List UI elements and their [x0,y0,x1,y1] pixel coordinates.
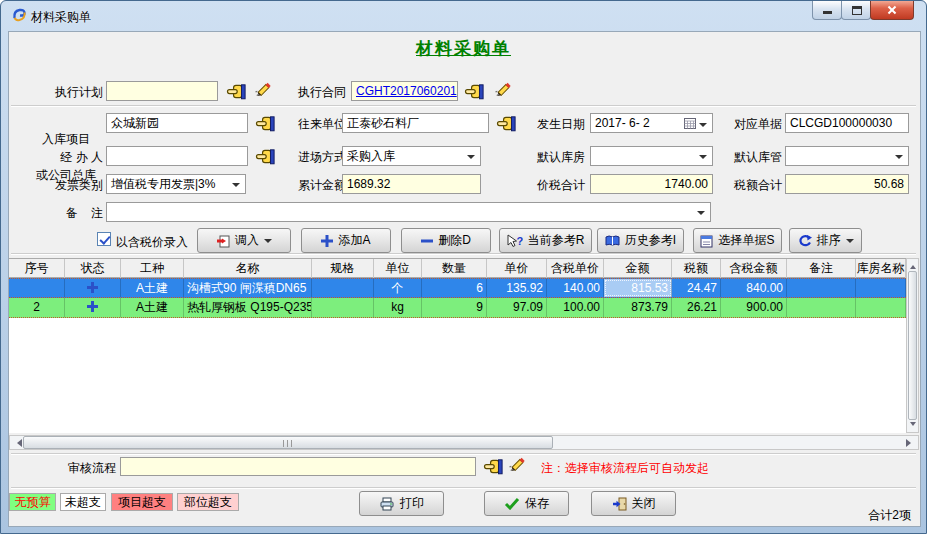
column-header-status[interactable]: 状态 [65,259,121,278]
column-header-qty[interactable]: 数量 [422,259,487,278]
chevron-down-icon [699,123,707,131]
cell-remark[interactable] [787,298,856,317]
tax-price-checkbox[interactable] [97,232,111,246]
import-button[interactable]: 调入 [197,228,291,253]
print-button[interactable]: 打印 [359,491,444,516]
cell-tax[interactable]: 24.47 [672,279,721,297]
delete-icon [421,235,433,247]
select-hand-icon[interactable] [225,83,247,100]
delete-button[interactable]: 删除D [401,228,491,253]
cell-qty[interactable]: 6 [422,279,487,297]
project-input[interactable]: 众城新园 [106,113,248,133]
cell-status[interactable] [65,298,121,317]
select-doc-button[interactable]: 选择单据S [693,228,782,253]
entry-mode-select[interactable]: 采购入库 [342,146,481,166]
cell-name[interactable]: 沟槽式90 闸渫稹DN65 [184,279,312,297]
chevron-down-icon [846,239,854,247]
legend-section-over: 部位超支 [177,493,239,511]
cell-unit[interactable]: 个 [374,279,422,297]
column-header-name[interactable]: 名称 [184,259,312,278]
cell-qty[interactable]: 9 [422,298,487,317]
select-hand-icon[interactable] [482,458,504,475]
cell-tax[interactable]: 26.21 [672,298,721,317]
close-form-button[interactable]: 关闭 [591,491,676,516]
select-hand-icon[interactable] [254,148,276,165]
column-header-spec[interactable]: 规格 [312,259,374,278]
column-header-remark[interactable]: 备注 [787,259,856,278]
save-button[interactable]: 保存 [484,491,569,516]
cell-warehouse[interactable] [856,279,906,297]
chevron-down-icon [467,155,475,163]
cell-remark[interactable] [787,279,856,297]
cell-price[interactable]: 97.09 [487,298,547,317]
horizontal-scrollbar[interactable] [9,435,919,450]
column-header-tax[interactable]: 税额 [672,259,721,278]
minimize-button[interactable] [812,1,842,20]
column-header-price_tax[interactable]: 含税单价 [547,259,604,278]
purchase-order-window: 材料采购单 材料采购单 执行计划 执行合同 CGHT2017060201 入库项… [0,0,927,534]
exit-door-icon [612,497,627,511]
calendar-dropdown-button[interactable] [684,116,710,130]
vendor-input[interactable]: 正泰砂石料厂 [342,113,489,133]
scroll-up-icon [910,262,916,269]
column-header-unit[interactable]: 单位 [374,259,422,278]
cell-spec[interactable] [312,279,374,297]
edit-pencil-icon[interactable] [493,81,515,98]
exec-plan-input[interactable] [106,81,218,101]
svg-text:?: ? [516,235,523,247]
default-keeper-label: 默认库管 [725,149,782,166]
cell-trade[interactable]: A土建 [121,298,184,317]
cell-amount_tax[interactable]: 840.00 [721,279,787,297]
vertical-scrollbar-thumb[interactable] [908,271,917,420]
history-ref-button[interactable]: 历史参考I [597,228,684,253]
cell-seq[interactable]: 2 [9,298,65,317]
review-flow-input[interactable] [120,457,476,476]
handler-input[interactable] [106,146,248,166]
cell-trade[interactable]: A土建 [121,279,184,297]
current-ref-button[interactable]: ? 当前参考R [499,228,592,253]
ref-doc-input[interactable]: CLCGD100000030 [785,113,909,133]
column-header-trade[interactable]: 工种 [121,259,184,278]
close-button[interactable] [870,1,914,20]
maximize-button[interactable] [841,1,871,20]
cell-spec[interactable] [312,298,374,317]
cell-amount[interactable]: 873.79 [604,298,672,317]
select-hand-icon[interactable] [463,83,485,100]
column-header-amount[interactable]: 金额 [604,259,672,278]
sort-button[interactable]: 排序 [789,228,862,253]
invoice-type-select[interactable]: 增值税专用发票|3% [106,174,246,194]
table-row[interactable]: 2A土建热轧厚钢板 Q195-Q235kg997.09100.00873.792… [9,298,906,318]
remark-select[interactable] [106,202,711,222]
column-header-amount_tax[interactable]: 含税金额 [721,259,787,278]
exec-plan-label: 执行计划 [41,84,103,101]
date-input[interactable]: 2017- 6- 2 [590,113,713,133]
table-row[interactable]: A土建沟槽式90 闸渫稹DN65个6135.92140.00815.5324.4… [9,278,906,298]
cell-price_tax[interactable]: 100.00 [547,298,604,317]
vertical-scrollbar[interactable] [906,258,919,433]
default-warehouse-select[interactable] [590,146,713,166]
titlebar[interactable]: 材料采购单 [1,1,926,31]
edit-pencil-icon[interactable] [507,456,529,473]
edit-pencil-icon[interactable] [253,81,275,98]
cell-seq[interactable] [9,279,65,297]
select-hand-icon[interactable] [254,115,276,132]
cell-amount_tax[interactable]: 900.00 [721,298,787,317]
status-plus-icon [87,282,98,293]
cell-price_tax[interactable]: 140.00 [547,279,604,297]
column-header-price[interactable]: 单价 [487,259,547,278]
default-keeper-select[interactable] [785,146,909,166]
select-hand-icon[interactable] [495,115,517,132]
cell-unit[interactable]: kg [374,298,422,317]
cell-warehouse[interactable] [856,298,906,317]
cell-name[interactable]: 热轧厚钢板 Q195-Q235 [184,298,312,317]
add-button[interactable]: 添加A [301,228,391,253]
cell-amount[interactable]: 815.53 [604,279,672,297]
cell-price[interactable]: 135.92 [487,279,547,297]
chevron-down-icon [895,155,903,163]
horizontal-scrollbar-thumb[interactable] [23,436,553,449]
grid-body: A土建沟槽式90 闸渫稹DN65个6135.92140.00815.5324.4… [9,278,906,433]
column-header-warehouse[interactable]: 库房名称 [856,259,906,278]
cell-status[interactable] [65,279,121,297]
exec-contract-input[interactable]: CGHT2017060201 [351,81,458,101]
column-header-seq[interactable]: 序号 [9,259,65,278]
